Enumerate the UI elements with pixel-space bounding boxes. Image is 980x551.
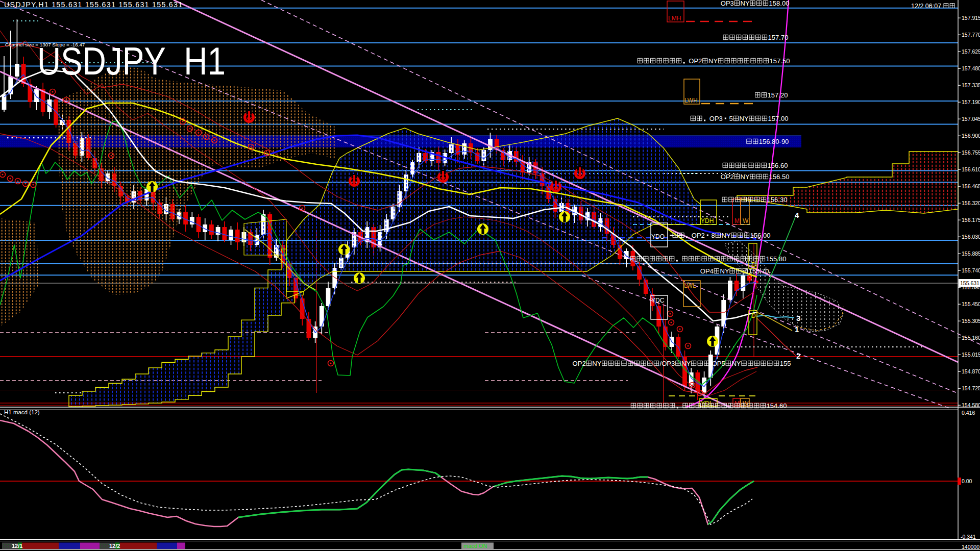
svg-text:NY: NY (708, 57, 718, 65)
svg-text:5: 5 (729, 115, 733, 122)
svg-text:1: 1 (795, 325, 799, 334)
svg-text:NY: NY (592, 360, 601, 367)
svg-text:W: W (743, 217, 749, 224)
svg-text:156.465: 156.465 (962, 183, 980, 189)
svg-text:154.60: 154.60 (767, 402, 787, 410)
svg-text:4: 4 (795, 211, 799, 219)
svg-text:155: 155 (780, 360, 791, 367)
svg-text:140000: 140000 (962, 544, 979, 550)
svg-text:NY: NY (741, 0, 750, 7)
svg-text:155.70: 155.70 (749, 267, 769, 275)
svg-text:155.631: 155.631 (960, 280, 979, 286)
svg-text:LWH: LWH (684, 97, 698, 104)
svg-text:155.740: 155.740 (962, 267, 980, 273)
svg-text:YDC: YDC (651, 297, 665, 304)
svg-text:155.80: 155.80 (766, 255, 787, 263)
svg-text:NY: NY (681, 360, 691, 367)
svg-text:NY: NY (720, 267, 729, 275)
svg-text:155.015: 155.015 (962, 352, 980, 358)
svg-text:OP2: OP2 (721, 173, 734, 181)
svg-text:156.320: 156.320 (962, 200, 980, 206)
svg-text:/OP5: /OP5 (710, 360, 725, 367)
svg-text:LMH: LMH (668, 15, 681, 22)
svg-text:OP2: OP2 (573, 360, 586, 367)
svg-text:156.30: 156.30 (767, 196, 788, 204)
svg-text:154.580: 154.580 (962, 402, 980, 408)
svg-text:12/2 06:07: 12/2 06:07 (911, 3, 941, 10)
svg-text:157.20: 157.20 (768, 91, 788, 99)
svg-text:Channel size = 1307 Slope = -1: Channel size = 1307 Slope = -16.47 (5, 42, 85, 47)
svg-text:YDH: YDH (701, 217, 714, 224)
svg-text:OP3: OP3 (709, 115, 723, 122)
svg-text:12/1: 12/1 (12, 543, 22, 549)
svg-text:157.045: 157.045 (962, 116, 980, 122)
svg-text:OP2: OP2 (689, 57, 702, 65)
svg-text:157.70: 157.70 (768, 34, 789, 41)
svg-text:157.625: 157.625 (962, 48, 980, 55)
svg-text:LWL: LWL (684, 282, 696, 289)
svg-text:0.00: 0.00 (962, 478, 972, 484)
svg-text:0.416: 0.416 (962, 410, 975, 416)
svg-text:H1 macd (12): H1 macd (12) (4, 409, 40, 415)
svg-text:157.00: 157.00 (768, 115, 789, 122)
svg-text:157.480: 157.480 (962, 65, 980, 71)
svg-text:158.00: 158.00 (769, 0, 790, 7)
svg-text:-0.341: -0.341 (961, 534, 976, 540)
svg-text:156.50: 156.50 (769, 173, 790, 181)
svg-text:154.725: 154.725 (962, 385, 980, 391)
svg-text:157.335: 157.335 (962, 82, 980, 88)
svg-text:157.190: 157.190 (962, 99, 980, 105)
svg-text:NY: NY (741, 173, 750, 181)
svg-text:156.60: 156.60 (768, 162, 788, 169)
svg-text:USDJPY,H1 155.631 155.631 155: USDJPY,H1 155.631 155.631 155.631 155.63… (4, 1, 183, 9)
svg-text:156.755: 156.755 (962, 149, 980, 156)
svg-text:M: M (734, 217, 740, 224)
svg-text:NY: NY (731, 360, 741, 367)
svg-text:D: D (751, 312, 756, 319)
svg-text:12/2: 12/2 (109, 543, 120, 549)
svg-text:157.50: 157.50 (770, 57, 790, 65)
svg-text:/OP3: /OP3 (660, 360, 675, 367)
svg-text:157.915: 157.915 (962, 15, 980, 21)
svg-text:3: 3 (796, 314, 800, 322)
svg-text:NY: NY (740, 115, 749, 122)
svg-text:156.00: 156.00 (750, 232, 771, 239)
svg-text:8: 8 (712, 232, 715, 239)
svg-text:156.610: 156.610 (962, 166, 980, 172)
svg-text:155.305: 155.305 (962, 318, 980, 324)
svg-text:154.870: 154.870 (962, 368, 980, 374)
svg-text:155.160: 155.160 (962, 335, 980, 341)
svg-text:OP3: OP3 (721, 0, 734, 7)
svg-text:NY: NY (722, 232, 731, 239)
svg-text:156.80-90: 156.80-90 (759, 138, 789, 145)
svg-text:157.770: 157.770 (962, 32, 980, 38)
svg-text:YDO: YDO (651, 233, 665, 240)
svg-text:macd ON: macd ON (463, 543, 487, 549)
svg-text:156.175: 156.175 (962, 217, 980, 223)
svg-text:155.885: 155.885 (962, 251, 980, 257)
svg-text:OP4: OP4 (700, 267, 714, 275)
svg-text:156.030: 156.030 (962, 234, 980, 240)
svg-text:OP2: OP2 (692, 232, 705, 239)
svg-text:155.450: 155.450 (962, 301, 980, 307)
svg-text:156.900: 156.900 (962, 133, 980, 139)
svg-text:2: 2 (796, 352, 800, 360)
